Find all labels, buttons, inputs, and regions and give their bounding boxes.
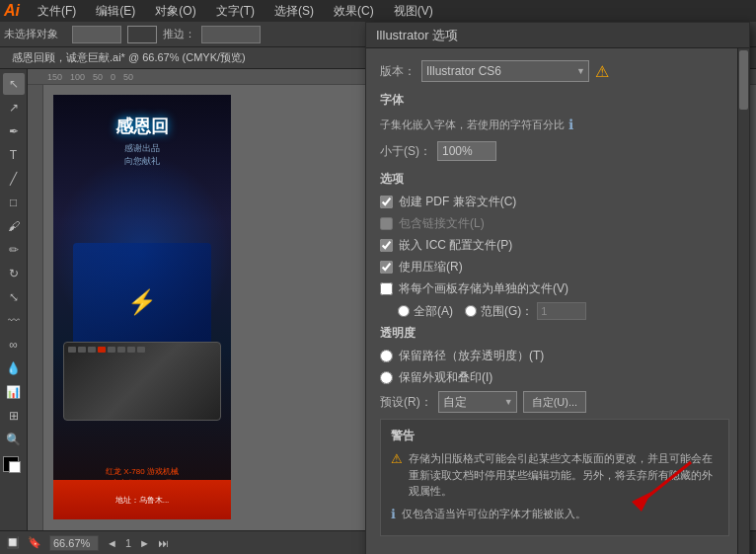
font-description: 子集化嵌入字体，若使用的字符百分比 ℹ xyxy=(380,115,729,135)
document-tab[interactable]: 感恩回顾，诚意巨献.ai* @ 66.67% (CMYK/预览) xyxy=(4,50,254,65)
artboard-content: 感恩回 感谢出品向您献礼 ⚡ xyxy=(53,95,231,519)
warning-title: 警告 xyxy=(391,428,718,444)
custom-button[interactable]: 自定(U)... xyxy=(523,391,586,413)
font-desc-text: 子集化嵌入字体，若使用的字符百分比 xyxy=(380,117,565,133)
opt-compress-checkbox[interactable] xyxy=(380,261,393,274)
warning-item-1: ⚠ 存储为旧版格式可能会引起某些文本版面的更改，并且可能会在重新读取文档时停用某… xyxy=(391,450,718,500)
opt-artboard-row: 将每个画板存储为单独的文件(V) xyxy=(380,280,729,297)
page-num: 1 xyxy=(125,537,131,549)
font-size-row: 小于(S)： xyxy=(380,141,729,161)
pen-tool[interactable]: ✒ xyxy=(3,120,25,142)
opt-compress-row: 使用压缩(R) xyxy=(380,259,729,276)
stroke-color-box[interactable] xyxy=(127,26,157,43)
eyedropper-tool[interactable]: 💧 xyxy=(3,357,25,379)
opt-artboard-label[interactable]: 将每个画板存储为单独的文件(V) xyxy=(399,280,568,297)
opt-artboard-checkbox[interactable] xyxy=(380,282,393,295)
radio-all-item: 全部(A) xyxy=(398,303,453,320)
transparency-section-title: 透明度 xyxy=(380,325,729,342)
rotate-tool[interactable]: ↻ xyxy=(3,263,25,284)
blend-tool[interactable]: ∞ xyxy=(3,334,25,356)
trans-path-label[interactable]: 保留路径（放弃透明度）(T) xyxy=(399,348,544,364)
menu-text[interactable]: 文字(T) xyxy=(210,3,261,20)
dialog-title-bar: Illustrator 选项 xyxy=(366,23,749,48)
ruler-vertical xyxy=(28,85,43,530)
menu-file[interactable]: 文件(F) xyxy=(32,3,82,20)
fill-color-box[interactable] xyxy=(72,26,121,43)
direct-select-tool[interactable]: ↗ xyxy=(3,97,25,119)
menu-object[interactable]: 对象(O) xyxy=(149,3,201,20)
trans-appear-radio[interactable] xyxy=(380,371,393,384)
artboard-range-group: 全部(A) 范围(G)： xyxy=(398,302,729,320)
radio-all-label[interactable]: 全部(A) xyxy=(414,303,453,320)
font-section-title: 字体 xyxy=(380,92,729,109)
warp-tool[interactable]: 〰 xyxy=(3,310,25,332)
toolbox: ↖ ↗ ✒ T ╱ □ 🖌 ✏ ↻ ⤡ 〰 ∞ 💧 📊 ⊞ 🔍 xyxy=(0,69,28,530)
menu-effect[interactable]: 效果(C) xyxy=(328,3,380,20)
range-value-input[interactable] xyxy=(537,302,586,320)
radio-range[interactable] xyxy=(465,305,477,317)
options-section-title: 选项 xyxy=(380,171,729,188)
dialog-body: 版本： Illustrator CS6 Illustrator CS5 Illu… xyxy=(366,48,749,554)
artboard: 感恩回 感谢出品向您献礼 ⚡ xyxy=(53,95,231,519)
menu-bar: Ai 文件(F) 编辑(E) 对象(O) 文字(T) 选择(S) 效果(C) 视… xyxy=(0,0,756,22)
warning-item-2: ℹ 仅包含适当许可位的字体才能被嵌入。 xyxy=(391,506,718,522)
version-warning-icon: ⚠ xyxy=(595,62,609,81)
opt-pdf-checkbox[interactable] xyxy=(380,196,393,208)
menu-select[interactable]: 选择(S) xyxy=(268,3,320,20)
scale-tool[interactable]: ⤡ xyxy=(3,286,25,308)
warning-section: 警告 ⚠ 存储为旧版格式可能会引起某些文本版面的更改，并且可能会在重新读取文档时… xyxy=(380,419,729,536)
opt-compress-label[interactable]: 使用压缩(R) xyxy=(399,259,463,276)
zoom-input[interactable] xyxy=(49,535,99,551)
opt-linked-checkbox[interactable] xyxy=(380,217,393,230)
banner-main-text: 感恩回 xyxy=(53,95,231,138)
trans-appear-label[interactable]: 保留外观和叠印(I) xyxy=(399,369,492,386)
opt-icc-checkbox[interactable] xyxy=(380,239,393,252)
pencil-tool[interactable]: ✏ xyxy=(3,239,25,261)
trans-path-radio[interactable] xyxy=(380,350,393,362)
version-select[interactable]: Illustrator CS6 Illustrator CS5 Illustra… xyxy=(421,60,589,82)
opt-icc-label[interactable]: 嵌入 ICC 配置文件(P) xyxy=(399,237,512,254)
zoom-tool[interactable]: 🔍 xyxy=(3,429,25,450)
opt-pdf-row: 创建 PDF 兼容文件(C) xyxy=(380,194,729,210)
push-input[interactable] xyxy=(201,26,261,43)
version-label: 版本： xyxy=(380,63,416,80)
font-size-input[interactable] xyxy=(437,141,496,161)
status-icon-2: 🔖 xyxy=(28,536,41,549)
menu-edit[interactable]: 编辑(E) xyxy=(90,3,141,20)
status-icon-1: 🔲 xyxy=(6,536,20,549)
radio-all[interactable] xyxy=(398,305,410,317)
nav-next[interactable]: ► xyxy=(139,537,150,549)
line-tool[interactable]: ╱ xyxy=(3,168,25,190)
preset-select[interactable]: 自定 高分辨率 中分辨率 xyxy=(438,391,517,413)
preset-row: 预设(R)： 自定 高分辨率 中分辨率 自定(U)... xyxy=(380,391,729,413)
rect-tool[interactable]: □ xyxy=(3,192,25,213)
color-boxes[interactable] xyxy=(3,456,25,486)
warning-text-1: 存储为旧版格式可能会引起某些文本版面的更改，并且可能会在重新读取文档时停用某些编… xyxy=(409,450,718,500)
menu-view[interactable]: 视图(V) xyxy=(388,3,439,20)
push-label: 推边： xyxy=(163,27,195,41)
opt-pdf-label[interactable]: 创建 PDF 兼容文件(C) xyxy=(399,194,516,210)
warning-icon-1: ⚠ xyxy=(391,451,403,466)
font-info-icon[interactable]: ℹ xyxy=(568,115,573,135)
version-row: 版本： Illustrator CS6 Illustrator CS5 Illu… xyxy=(380,60,729,82)
select-tool[interactable]: ↖ xyxy=(3,73,25,95)
nav-end[interactable]: ⏭ xyxy=(158,537,169,549)
dialog-scroll-thumb[interactable] xyxy=(739,50,748,110)
trans-path-row: 保留路径（放弃透明度）(T) xyxy=(380,348,729,364)
info-icon-2: ℹ xyxy=(391,507,396,521)
trans-appear-row: 保留外观和叠印(I) xyxy=(380,369,729,386)
version-select-wrapper[interactable]: Illustrator CS6 Illustrator CS5 Illustra… xyxy=(421,60,589,82)
banner-address-text: 地址：乌鲁木... xyxy=(115,495,170,506)
type-tool[interactable]: T xyxy=(3,144,25,166)
graph-tool[interactable]: 📊 xyxy=(3,381,25,403)
dialog-scrollbar[interactable] xyxy=(737,48,749,554)
preset-label: 预设(R)： xyxy=(380,394,432,411)
artboard-tool[interactable]: ⊞ xyxy=(3,405,25,427)
opt-linked-label: 包含链接文件(L) xyxy=(399,215,485,232)
paintbrush-tool[interactable]: 🖌 xyxy=(3,215,25,237)
preset-select-wrapper[interactable]: 自定 高分辨率 中分辨率 xyxy=(438,391,517,413)
nav-prev[interactable]: ◄ xyxy=(107,537,117,549)
opt-linked-row: 包含链接文件(L) xyxy=(380,215,729,232)
radio-range-label[interactable]: 范围(G)： xyxy=(481,303,533,320)
warning-text-2: 仅包含适当许可位的字体才能被嵌入。 xyxy=(402,506,586,522)
